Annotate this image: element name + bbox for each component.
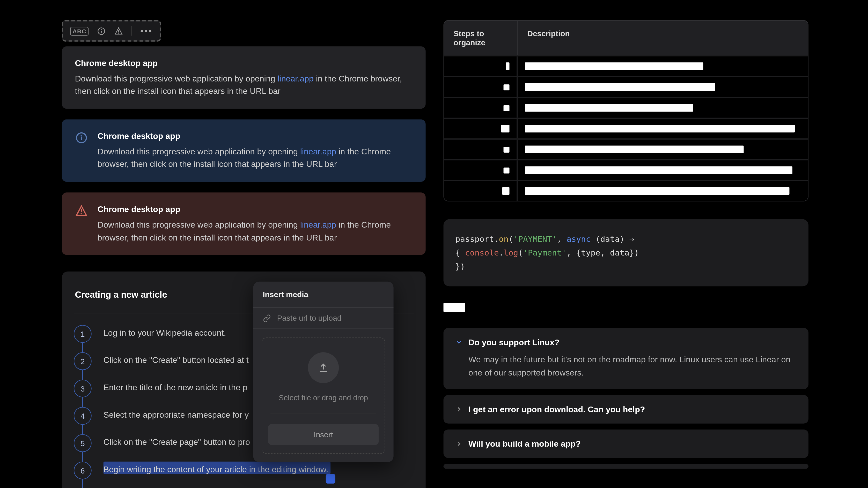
upload-icon (318, 363, 329, 373)
upload-circle (308, 353, 339, 383)
toolbar-divider (131, 26, 132, 36)
table-header-cell: Steps to organize (444, 21, 518, 55)
step-text: Enter the title of the new article in th… (103, 380, 247, 392)
faq-item-partial (443, 464, 808, 468)
faq-item: Will you build a mobile app? (443, 429, 808, 458)
chevron-right-icon (456, 405, 463, 413)
insert-button[interactable]: Insert (268, 424, 379, 445)
svg-point-7 (81, 135, 82, 136)
redacted-text (506, 62, 509, 70)
info-icon[interactable] (97, 26, 106, 35)
callout-link[interactable]: linear.app (300, 220, 336, 229)
svg-point-9 (81, 214, 82, 214)
chevron-right-icon (456, 440, 463, 447)
spellcheck-button[interactable]: ABC (70, 26, 89, 35)
step-text: Click on the "Create page" button to pro (103, 434, 250, 447)
faq-question[interactable]: Do you support Linux? (456, 337, 797, 347)
table-header: Steps to organize Description (444, 21, 808, 55)
redacted-text (525, 62, 703, 70)
callout-plain: Chrome desktop app Download this progres… (62, 46, 426, 109)
table-cell (518, 56, 808, 76)
faq-heading (443, 303, 465, 314)
divider (271, 413, 376, 414)
redacted-text (504, 147, 509, 152)
table-cell (518, 160, 808, 180)
redacted-text (525, 166, 793, 174)
table-row (444, 97, 808, 118)
callout-title: Chrome desktop app (98, 130, 412, 143)
code-line: { console.log('Payment', {type, data}) (456, 246, 797, 260)
table-row (444, 138, 808, 159)
table-cell (444, 140, 518, 159)
redacted-text (525, 125, 795, 132)
step-number: 1 (74, 325, 92, 343)
faq-item: Do you support Linux? We may in the futu… (443, 328, 808, 389)
drop-label: Select file or drag and drop (268, 394, 379, 402)
callout-title: Chrome desktop app (98, 203, 412, 216)
info-icon (75, 131, 88, 144)
step-number: 5 (74, 434, 92, 452)
redacted-text (525, 83, 715, 91)
table-cell (444, 77, 518, 97)
chevron-down-icon (456, 338, 463, 346)
table-row (444, 159, 808, 180)
table-cell (444, 98, 518, 118)
faq-list: Do you support Linux? We may in the futu… (443, 328, 808, 468)
redacted-text (525, 104, 693, 112)
article-card: Creating a new article 1Log in to your W… (62, 271, 426, 488)
step-number: 3 (74, 380, 92, 397)
table-cell (444, 181, 518, 201)
code-line: }) (456, 260, 797, 273)
callout-text: Download this progressive web applicatio… (98, 147, 300, 156)
redacted-text (443, 303, 465, 312)
paste-url-placeholder: Paste url to upload (277, 314, 341, 323)
table-cell (518, 140, 808, 159)
data-table: Steps to organize Description (443, 20, 808, 201)
redacted-text (504, 105, 509, 111)
table-cell (444, 160, 518, 180)
warning-icon[interactable] (114, 26, 123, 35)
link-icon (263, 314, 271, 322)
callout-title: Chrome desktop app (75, 57, 412, 70)
callout-info: Chrome desktop app Download this progres… (62, 120, 426, 182)
table-cell (518, 181, 808, 201)
svg-point-4 (119, 33, 119, 33)
table-row (444, 118, 808, 138)
callout-link[interactable]: linear.app (300, 147, 336, 156)
faq-question[interactable]: I get an error upon download. Can you he… (456, 404, 797, 414)
faq-item: I get an error upon download. Can you he… (443, 395, 808, 423)
formatting-toolbar[interactable]: ABC ••• (62, 20, 161, 42)
callout-text: Download this progressive web applicatio… (98, 220, 300, 229)
dropzone[interactable]: Select file or drag and drop Insert (261, 337, 385, 454)
insert-media-popover: Insert media Paste url to upload Select … (253, 282, 394, 462)
faq-question[interactable]: Will you build a mobile app? (456, 439, 797, 449)
table-cell (518, 98, 808, 118)
redacted-text (525, 187, 789, 195)
step-item: 6Begin writing the content of your artic… (74, 462, 414, 480)
callout-text: Download this progressive web applicatio… (75, 73, 277, 83)
faq-answer: We may in the future but it's not on the… (456, 353, 797, 379)
table-row (444, 55, 808, 76)
step-text: Select the appropriate namespace for y (103, 407, 249, 420)
more-menu-icon[interactable]: ••• (140, 26, 153, 36)
redacted-text (501, 125, 509, 132)
table-cell (444, 56, 518, 76)
table-cell (518, 77, 808, 97)
step-text: Click on the "Create" button located at … (103, 353, 249, 365)
popover-title: Insert media (253, 282, 394, 307)
callout-warning: Chrome desktop app Download this progres… (62, 193, 426, 255)
table-row (444, 180, 808, 201)
redacted-text (504, 84, 509, 90)
step-text: Log in to your Wikipedia account. (103, 325, 226, 337)
redacted-text (502, 187, 509, 195)
step-text-selected[interactable]: Begin writing the content of your articl… (103, 462, 331, 474)
code-line: passport.on('PAYMENT', async (data) ⇒ (456, 232, 797, 246)
warning-icon (75, 204, 88, 218)
redacted-text (525, 145, 744, 153)
paste-url-row[interactable]: Paste url to upload (253, 307, 394, 329)
table-row (444, 76, 808, 97)
table-cell (444, 119, 518, 138)
callout-link[interactable]: linear.app (277, 73, 313, 83)
table-cell (518, 119, 808, 138)
table-header-cell: Description (518, 21, 808, 55)
